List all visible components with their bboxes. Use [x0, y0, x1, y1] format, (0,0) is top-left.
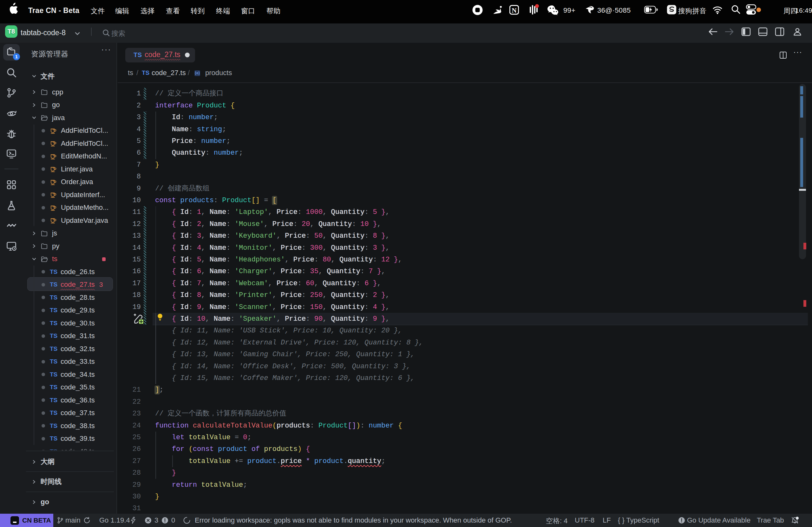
svg-text:1: 1: [15, 54, 18, 59]
svg-text:N: N: [512, 7, 517, 14]
